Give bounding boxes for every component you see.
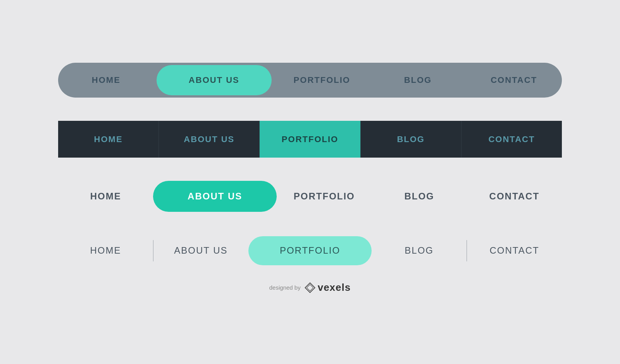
nav4-item-contact[interactable]: CONTACT bbox=[467, 245, 562, 256]
nav2-item-blog[interactable]: BLOG bbox=[361, 121, 462, 158]
nav4-container: HOME ABOUT US PORTFOLIO BLOG CONTACT bbox=[58, 235, 562, 266]
nav2: HOME ABOUT US PORTFOLIO BLOG CONTACT bbox=[58, 121, 562, 158]
nav2-item-about[interactable]: ABOUT US bbox=[159, 121, 260, 158]
vexels-brand-name: vexels bbox=[318, 282, 351, 294]
nav2-item-home[interactable]: HOME bbox=[58, 121, 159, 158]
nav3: HOME ABOUT US PORTFOLIO BLOG CONTACT bbox=[58, 181, 562, 212]
vexels-logo: vexels bbox=[305, 282, 351, 294]
nav1-item-blog[interactable]: BLOG bbox=[370, 63, 466, 98]
nav1-item-contact[interactable]: CONTACT bbox=[466, 63, 562, 98]
nav3-item-contact[interactable]: CONTACT bbox=[467, 191, 562, 202]
nav2-item-portfolio[interactable]: PORTFOLIO bbox=[260, 121, 360, 158]
nav3-container: HOME ABOUT US PORTFOLIO BLOG CONTACT bbox=[58, 181, 562, 212]
nav4-item-blog[interactable]: BLOG bbox=[372, 245, 467, 256]
nav1-container: HOME ABOUT US PORTFOLIO BLOG CONTACT bbox=[58, 63, 562, 98]
nav1-item-about[interactable]: ABOUT US bbox=[157, 65, 272, 95]
nav3-item-home[interactable]: HOME bbox=[58, 191, 153, 202]
nav4: HOME ABOUT US PORTFOLIO BLOG CONTACT bbox=[58, 235, 562, 266]
designed-by-text: designed by bbox=[269, 284, 301, 291]
nav4-item-home[interactable]: HOME bbox=[58, 245, 153, 256]
nav4-item-about[interactable]: ABOUT US bbox=[153, 245, 248, 256]
vexels-diamond-icon bbox=[305, 282, 315, 293]
nav3-item-about[interactable]: ABOUT US bbox=[153, 181, 277, 212]
nav3-item-portfolio[interactable]: PORTFOLIO bbox=[277, 191, 372, 202]
nav2-item-contact[interactable]: CONTACT bbox=[462, 121, 562, 158]
nav2-container: HOME ABOUT US PORTFOLIO BLOG CONTACT bbox=[58, 121, 562, 158]
nav3-item-blog[interactable]: BLOG bbox=[372, 191, 467, 202]
footer: designed by vexels bbox=[269, 282, 351, 294]
nav1: HOME ABOUT US PORTFOLIO BLOG CONTACT bbox=[58, 63, 562, 98]
nav1-item-home[interactable]: HOME bbox=[58, 63, 154, 98]
page-wrapper: HOME ABOUT US PORTFOLIO BLOG CONTACT HOM… bbox=[0, 0, 620, 364]
nav1-item-portfolio[interactable]: PORTFOLIO bbox=[274, 63, 370, 98]
nav4-item-portfolio[interactable]: PORTFOLIO bbox=[248, 236, 372, 265]
